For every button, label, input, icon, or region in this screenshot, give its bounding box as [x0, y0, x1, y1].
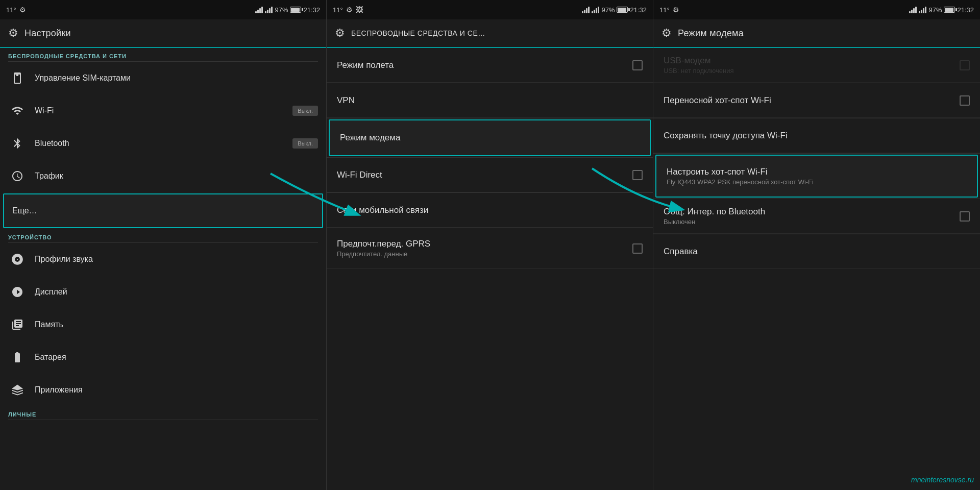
- config-hotspot-subtitle: Fly IQ443 WPA2 PSK переносной хот-спот W…: [667, 178, 967, 186]
- title-bar-1: ⚙ Настройки: [0, 19, 326, 48]
- gprs-checkbox[interactable]: [632, 243, 643, 254]
- modem-item-wrapper: Режим модема: [329, 119, 651, 156]
- sim-label: Управление SIM-картами: [35, 74, 318, 83]
- more-content: Еще…: [12, 206, 314, 215]
- signal-3a: [909, 6, 917, 13]
- menu-item-save-ap[interactable]: Сохранять точку доступа Wi-Fi: [653, 118, 980, 153]
- menu-item-modem[interactable]: Режим модема: [330, 120, 650, 155]
- temp-2: 11°: [333, 6, 343, 14]
- status-bar-3: 11° ⚙ 97% 21:32: [653, 0, 980, 19]
- settings-icon-2: ⚙: [335, 27, 345, 40]
- gear-icon-3: ⚙: [673, 6, 679, 14]
- menu-item-usb[interactable]: USB-модем USB: нет подключения: [653, 48, 980, 83]
- more-item-wrapper: Еще…: [3, 193, 323, 228]
- status-right-1: 97% 21:32: [255, 6, 320, 14]
- status-bar-1: 11° ⚙ 97% 21:32: [0, 0, 326, 19]
- time-3: 21:32: [957, 6, 974, 14]
- menu-item-bt-tether[interactable]: Общ. Интер. по Bluetooth Выключен: [653, 199, 980, 234]
- bluetooth-icon: [8, 134, 27, 153]
- vpn-label: VPN: [337, 95, 355, 105]
- apps-label: Приложения: [35, 385, 318, 395]
- memory-content: Память: [35, 320, 318, 329]
- divider-p3-3: [653, 153, 980, 154]
- menu-item-gprs[interactable]: Предпочт.перед. GPRS Предпочтител. данны…: [327, 228, 653, 269]
- battery-icon-1: [290, 7, 301, 13]
- menu-item-apps[interactable]: Приложения: [0, 374, 326, 406]
- flight-label: Режим полета: [337, 60, 394, 70]
- status-left-3: 11° ⚙: [659, 6, 679, 14]
- sound-icon: [8, 250, 27, 268]
- usb-content: USB-модем USB: нет подключения: [664, 56, 951, 75]
- mobile-label: Сети мобильной связи: [337, 205, 428, 215]
- settings-icon-1: ⚙: [8, 27, 18, 40]
- config-hotspot-label: Настроить хот-спот Wi-Fi: [667, 167, 768, 177]
- section-header-2: УСТРОЙСТВО: [0, 229, 326, 242]
- section-header-1: БЕСПРОВОДНЫЕ СРЕДСТВА И СЕТИ: [0, 48, 326, 61]
- section-header-3: ЛИЧНЫЕ: [0, 406, 326, 420]
- sim-content: Управление SIM-картами: [35, 74, 318, 83]
- menu-item-config-hotspot[interactable]: Настроить хот-спот Wi-Fi Fly IQ443 WPA2 …: [656, 156, 977, 197]
- usb-checkbox[interactable]: [960, 60, 970, 70]
- menu-item-flight[interactable]: Режим полета: [327, 48, 653, 83]
- menu-item-memory[interactable]: Память: [0, 308, 326, 341]
- signal-icon-1b: [265, 6, 273, 13]
- wifi-icon: [8, 102, 27, 120]
- hotspot-content: Переносной хот-спот Wi-Fi: [664, 95, 951, 106]
- bluetooth-toggle[interactable]: Выкл.: [292, 138, 318, 149]
- flight-content: Режим полета: [337, 60, 624, 70]
- battery-label: Батарея: [35, 353, 318, 362]
- usb-label: USB-модем: [664, 56, 710, 65]
- sound-content: Профили звука: [35, 255, 318, 264]
- battery-menu-icon: [8, 348, 27, 366]
- gear-icon-2: ⚙: [346, 6, 353, 14]
- title-text-3: Режим модема: [678, 28, 744, 39]
- display-content: Дисплей: [35, 287, 318, 297]
- status-right-3: 97% 21:32: [909, 6, 974, 14]
- menu-item-sim[interactable]: Управление SIM-картами: [0, 62, 326, 94]
- modem-label: Режим модема: [340, 133, 400, 142]
- divider-3: [8, 420, 318, 420]
- more-label: Еще…: [12, 206, 314, 215]
- menu-item-battery[interactable]: Батарея: [0, 341, 326, 374]
- status-right-2: 97% 21:32: [582, 6, 647, 14]
- wifi-label: Wi-Fi: [35, 106, 284, 115]
- menu-item-wifi[interactable]: Wi-Fi Выкл.: [0, 94, 326, 127]
- menu-item-traffic[interactable]: Трафик: [0, 160, 326, 192]
- temp-1: 11°: [6, 6, 16, 14]
- menu-item-bluetooth[interactable]: Bluetooth Выкл.: [0, 127, 326, 160]
- status-bar-2: 11° ⚙ 🖼 97% 21:32: [327, 0, 653, 19]
- menu-item-display[interactable]: Дисплей: [0, 276, 326, 308]
- menu-item-help[interactable]: Справка: [653, 234, 980, 269]
- bt-tether-subtitle: Выключен: [664, 218, 951, 226]
- time-2: 21:32: [630, 6, 647, 14]
- title-text-2: БЕСПРОВОДНЫЕ СРЕДСТВА И СЕ…: [351, 29, 485, 37]
- menu-item-hotspot[interactable]: Переносной хот-спот Wi-Fi: [653, 83, 980, 118]
- wifidirect-checkbox[interactable]: [632, 170, 643, 180]
- menu-item-sound[interactable]: Профили звука: [0, 243, 326, 276]
- panel1: 11° ⚙ 97% 21:32: [0, 0, 327, 490]
- traffic-label: Трафик: [35, 172, 318, 181]
- apps-icon: [8, 381, 27, 399]
- image-icon-2: 🖼: [356, 6, 363, 14]
- flight-checkbox[interactable]: [632, 60, 643, 70]
- gear-icon-1: ⚙: [19, 6, 26, 14]
- vpn-content: VPN: [337, 95, 643, 106]
- gprs-label: Предпочт.перед. GPRS: [337, 239, 430, 249]
- hotspot-checkbox[interactable]: [960, 95, 970, 106]
- menu-item-vpn[interactable]: VPN: [327, 83, 653, 118]
- signal-icon-1: [255, 6, 263, 13]
- memory-label: Память: [35, 320, 318, 329]
- title-text-1: Настройки: [24, 28, 71, 39]
- menu-item-wifidirect[interactable]: Wi-Fi Direct: [327, 158, 653, 192]
- bt-tether-checkbox[interactable]: [960, 211, 970, 222]
- gprs-subtitle: Предпочтител. данные: [337, 250, 624, 258]
- wifi-toggle[interactable]: Выкл.: [292, 106, 318, 116]
- memory-icon: [8, 315, 27, 334]
- menu-item-mobile[interactable]: Сети мобильной связи: [327, 193, 653, 228]
- config-hotspot-content: Настроить хот-спот Wi-Fi Fly IQ443 WPA2 …: [667, 167, 967, 186]
- battery-pct-3: 97%: [928, 6, 942, 14]
- menu-item-more[interactable]: Еще…: [4, 194, 322, 227]
- bluetooth-content: Bluetooth: [35, 139, 284, 148]
- temp-3: 11°: [659, 6, 670, 14]
- watermark: mneinteresnovse.ru: [911, 476, 974, 484]
